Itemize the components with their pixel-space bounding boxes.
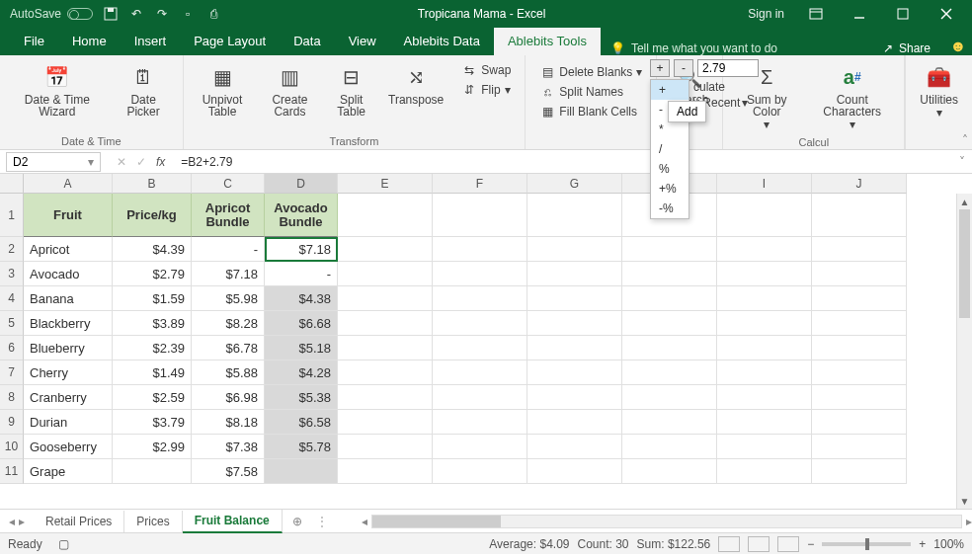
cell[interactable]	[0, 174, 24, 194]
cell[interactable]	[812, 336, 907, 360]
table-header[interactable]: Price/kg	[113, 194, 192, 237]
tab-home[interactable]: Home	[58, 28, 121, 55]
cell[interactable]: $1.49	[113, 360, 192, 385]
cell[interactable]: Avocado	[24, 262, 113, 286]
cell[interactable]: Blackberry	[24, 311, 113, 336]
hscroll-thumb[interactable]	[372, 516, 501, 527]
table-header[interactable]: Fruit	[24, 194, 113, 237]
cell[interactable]	[527, 435, 622, 459]
cell[interactable]	[717, 262, 812, 286]
row-header[interactable]: 10	[0, 435, 24, 459]
cell[interactable]	[622, 410, 717, 435]
tab-ablebits-tools[interactable]: Ablebits Tools	[494, 28, 601, 55]
menu-item-plus[interactable]: +	[651, 80, 688, 100]
cell[interactable]	[433, 237, 527, 262]
cell[interactable]	[812, 435, 907, 459]
zoom-knob[interactable]	[865, 538, 869, 550]
cell[interactable]	[717, 336, 812, 360]
touch-mode-button[interactable]: ⎙	[202, 2, 225, 26]
cell[interactable]: $6.78	[192, 336, 265, 360]
cell[interactable]: $5.38	[265, 385, 338, 410]
cell[interactable]	[622, 286, 717, 311]
cell[interactable]	[527, 237, 622, 262]
cell[interactable]	[433, 410, 527, 435]
formula-bar[interactable]: =B2+2.79	[175, 155, 952, 169]
cell[interactable]	[338, 360, 433, 385]
close-button[interactable]	[925, 0, 968, 28]
row-header[interactable]: 7	[0, 360, 24, 385]
cell[interactable]	[527, 410, 622, 435]
cell[interactable]: Grape	[24, 459, 113, 484]
menu-item-mult[interactable]: *	[651, 120, 688, 139]
cell[interactable]	[812, 360, 907, 385]
cell[interactable]: Gooseberry	[24, 435, 113, 459]
zoom-out-button[interactable]: −	[807, 537, 814, 551]
cell[interactable]: $3.79	[113, 410, 192, 435]
flip-button[interactable]: ⇵Flip ▾	[457, 81, 515, 99]
view-page-layout-button[interactable]	[748, 536, 770, 552]
scroll-down-button[interactable]: ▼	[957, 493, 972, 509]
split-names-button[interactable]: ⎌Split Names	[535, 83, 646, 101]
cell[interactable]	[812, 237, 907, 262]
cell[interactable]	[527, 459, 622, 484]
cell[interactable]: -	[265, 262, 338, 286]
cell[interactable]: $7.58	[192, 459, 265, 484]
col-header[interactable]: J	[812, 174, 907, 194]
cell[interactable]	[527, 360, 622, 385]
cell[interactable]	[622, 311, 717, 336]
expand-formula-bar-button[interactable]: ˅	[952, 155, 972, 169]
redo-button[interactable]: ↷	[150, 2, 174, 26]
cell[interactable]	[622, 385, 717, 410]
row-header[interactable]: 1	[0, 194, 24, 237]
sheet-tab-prices[interactable]: Prices	[124, 511, 182, 532]
cell[interactable]	[527, 262, 622, 286]
col-header[interactable]: A	[24, 174, 113, 194]
tell-me-search[interactable]: 💡 Tell me what you want to do	[601, 41, 787, 55]
collapse-ribbon-button[interactable]: ˄	[962, 133, 968, 147]
tab-split-handle[interactable]: ⋮	[312, 515, 332, 528]
cell[interactable]	[433, 435, 527, 459]
cell[interactable]: Durian	[24, 410, 113, 435]
cell[interactable]: Banana	[24, 286, 113, 311]
cell[interactable]: $6.98	[192, 385, 265, 410]
calc-value-input[interactable]	[697, 59, 759, 77]
cell[interactable]: $6.68	[265, 311, 338, 336]
cell[interactable]: $2.99	[113, 435, 192, 459]
row-header[interactable]: 4	[0, 286, 24, 311]
cell[interactable]: $2.59	[113, 385, 192, 410]
row-header[interactable]: 9	[0, 410, 24, 435]
tab-page-layout[interactable]: Page Layout	[180, 28, 280, 55]
menu-item-pct[interactable]: %	[651, 159, 688, 179]
cell[interactable]: -	[192, 237, 265, 262]
cell[interactable]	[717, 237, 812, 262]
cell[interactable]: Apricot	[24, 237, 113, 262]
menu-item-div[interactable]: /	[651, 139, 688, 159]
autosave-toggle[interactable]: AutoSave	[4, 7, 99, 21]
cell[interactable]	[338, 459, 433, 484]
ribbon-display-button[interactable]	[794, 0, 838, 28]
cell[interactable]	[433, 385, 527, 410]
unpivot-button[interactable]: ▦Unpivot Table	[194, 59, 252, 120]
cancel-formula-icon[interactable]: ✕	[117, 155, 126, 169]
cell[interactable]	[717, 311, 812, 336]
create-cards-button[interactable]: ▥Create Cards	[261, 59, 318, 120]
cell[interactable]	[527, 336, 622, 360]
cell[interactable]	[812, 286, 907, 311]
cell[interactable]	[812, 459, 907, 484]
col-header[interactable]: F	[433, 174, 527, 194]
cell[interactable]	[812, 194, 907, 237]
minimize-button[interactable]	[838, 0, 881, 28]
table-header[interactable]: Avocado Bundle	[265, 194, 338, 237]
row-header[interactable]: 6	[0, 336, 24, 360]
cell[interactable]	[433, 286, 527, 311]
cell[interactable]: $4.39	[113, 237, 192, 262]
cell[interactable]	[527, 311, 622, 336]
col-header[interactable]: E	[338, 174, 433, 194]
cell[interactable]: $3.89	[113, 311, 192, 336]
cell[interactable]	[622, 262, 717, 286]
cell[interactable]	[113, 459, 192, 484]
cell[interactable]: $5.78	[265, 435, 338, 459]
calc-op-dropdown[interactable]: -	[674, 59, 693, 77]
cell[interactable]: Cranberry	[24, 385, 113, 410]
cell[interactable]	[338, 410, 433, 435]
